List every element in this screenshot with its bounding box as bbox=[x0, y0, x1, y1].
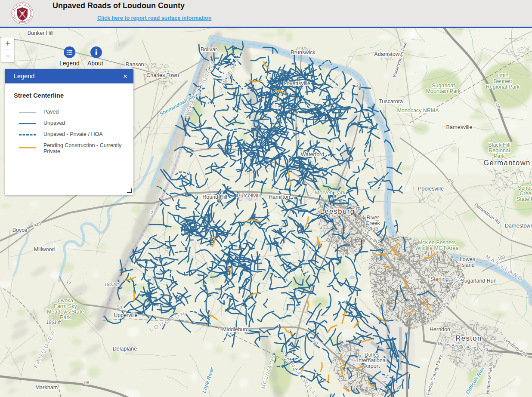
map-label: Poolesville bbox=[418, 186, 444, 192]
zoom-out-button[interactable]: − bbox=[1, 49, 14, 62]
map-label: Round Hill bbox=[202, 194, 227, 200]
map-label: 50 bbox=[117, 304, 122, 310]
legend-item: Paved bbox=[5, 107, 133, 118]
legend-item: Pending Construction - CurrentlyPrivate bbox=[5, 140, 133, 159]
map-label: Waterford bbox=[301, 151, 324, 157]
map-label: Morven Park bbox=[315, 190, 346, 196]
map-label: Herndon bbox=[430, 326, 450, 332]
map-label: McKee BeshersWildlife MGT Area bbox=[415, 240, 459, 251]
map-label: Reston bbox=[455, 334, 482, 342]
map-label: 28 bbox=[356, 83, 361, 88]
map-label: Delaplane bbox=[113, 346, 137, 352]
legend-layer-title: Street Centerline bbox=[14, 92, 133, 99]
map-label: Sugarland Run bbox=[461, 278, 496, 284]
map-label: Purcellville bbox=[237, 193, 263, 199]
legend-swatch-dashed bbox=[19, 134, 36, 135]
legend-items: PavedUnpavedUnpaved - Private / HOAPendi… bbox=[5, 107, 133, 159]
legend-list-icon bbox=[64, 46, 75, 58]
app-header: 1787 Unpaved Roads of Loudoun County Cli… bbox=[0, 0, 532, 27]
legend-panel-header: Legend × bbox=[5, 69, 133, 83]
map-label: Monocacy NRMA bbox=[397, 108, 439, 114]
map-label: Boyce bbox=[12, 227, 28, 233]
map-label: Charles Town bbox=[146, 72, 179, 78]
map-label: Darnestown bbox=[505, 223, 532, 229]
legend-swatch-solid bbox=[19, 112, 36, 113]
map-label: 1861 ft bbox=[46, 320, 61, 325]
legend-item-label: Unpaved - Private / HOA bbox=[43, 131, 103, 137]
map-label: Sterling bbox=[430, 276, 448, 282]
legend-item-label: Unpaved bbox=[43, 120, 65, 126]
legend-item-label: Pending Construction - CurrentlyPrivate bbox=[43, 142, 121, 154]
legend-resize-handle[interactable] bbox=[127, 188, 132, 193]
map-label: Bolivar bbox=[201, 46, 217, 52]
county-seal-logo: 1787 bbox=[11, 2, 34, 25]
map-canvas[interactable]: Bunker HillBolivarRansonCharles TownBrun… bbox=[0, 27, 532, 397]
map-label: Markham bbox=[35, 385, 58, 391]
legend-button[interactable] bbox=[64, 46, 75, 58]
map-label: Bunker Hill bbox=[28, 30, 53, 36]
map-label: Ranson bbox=[125, 62, 144, 68]
legend-item: Unpaved - Private / HOA bbox=[5, 129, 133, 140]
map-label: 1923 ft bbox=[104, 282, 119, 287]
about-button-label: About bbox=[87, 60, 103, 67]
map-label: Lovettsville bbox=[284, 80, 310, 86]
map-label: Middleburg bbox=[222, 326, 249, 332]
map-label: Barnesville bbox=[446, 124, 472, 130]
legend-swatch-solid bbox=[19, 147, 36, 148]
map-label: Brunswick bbox=[291, 49, 316, 55]
legend-swatch-solid bbox=[19, 123, 36, 124]
about-button[interactable] bbox=[90, 46, 102, 58]
legend-item: Unpaved bbox=[5, 118, 133, 129]
map-label: 66 bbox=[84, 379, 90, 385]
svg-text:1787: 1787 bbox=[20, 21, 25, 24]
map-label: Tuscarora bbox=[379, 98, 403, 105]
info-icon bbox=[90, 46, 102, 58]
zoom-control: + − bbox=[1, 37, 14, 62]
map-label: Upperville bbox=[114, 312, 138, 318]
map-label: Hamilton bbox=[269, 194, 290, 200]
map-label: RiverCreekClub bbox=[365, 215, 380, 232]
legend-close-button[interactable]: × bbox=[123, 69, 127, 83]
map-label: Germantown bbox=[483, 159, 530, 166]
legend-item-label: Paved bbox=[43, 109, 59, 115]
page-title: Unpaved Roads of Loudoun County bbox=[53, 1, 185, 10]
zoom-in-button[interactable]: + bbox=[1, 37, 14, 49]
legend-button-label: Legend bbox=[59, 60, 80, 67]
report-road-surface-link[interactable]: Click here to report road surface inform… bbox=[97, 15, 211, 21]
legend-panel: Legend × Street Centerline PavedUnpavedU… bbox=[5, 69, 133, 195]
map-label: Millwood bbox=[34, 246, 55, 252]
legend-panel-title: Legend bbox=[14, 73, 34, 80]
map-label: Leesburg bbox=[320, 207, 355, 215]
map-label: LowesIsland bbox=[460, 256, 475, 268]
